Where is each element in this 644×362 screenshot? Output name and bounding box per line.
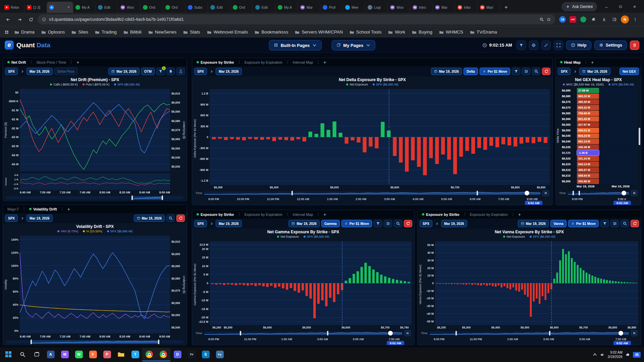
sidebar-button[interactable] xyxy=(610,15,619,23)
expiration-date-chip[interactable]: Mar 19, 2026 xyxy=(108,68,140,75)
date-chip[interactable]: Mar 19, 2026 xyxy=(26,68,53,75)
browser-menu-button[interactable] xyxy=(631,15,639,23)
tab-counter-extension[interactable]: 16 xyxy=(558,15,567,23)
bookmark-optoons[interactable]: Optoons xyxy=(38,28,68,36)
legend-item[interactable]: SPX ($6,590.49) xyxy=(373,83,398,86)
browser-tab-subs[interactable]: Subs xyxy=(185,2,208,13)
tab-menu-icon[interactable]: ⋮ xyxy=(21,207,27,211)
legend-item[interactable]: Net Exposure xyxy=(346,83,368,86)
back-button[interactable] xyxy=(3,15,13,24)
expiration-date-chip[interactable]: Mar 19, 2026 xyxy=(288,220,320,227)
extensions-button[interactable] xyxy=(590,15,598,23)
date-chip[interactable]: Mar 19, 2026 xyxy=(216,68,242,75)
add-tab-button[interactable]: + xyxy=(321,212,328,217)
greek-chip[interactable]: Gamma xyxy=(321,220,340,227)
taskbar-tradingview-button[interactable]: TV xyxy=(184,348,199,361)
reset-button[interactable] xyxy=(404,220,412,227)
help-button[interactable]: ?Help xyxy=(566,41,591,50)
range-handle[interactable] xyxy=(573,191,574,195)
filter-button[interactable] xyxy=(512,68,520,75)
taskbar-whatsapp-button[interactable]: W xyxy=(72,348,86,361)
browser-tab-edit[interactable]: Edit xyxy=(208,2,230,13)
heatmap-cell[interactable] xyxy=(600,105,638,110)
browser-tab-prof[interactable]: Prof xyxy=(320,2,343,13)
per-move-chip[interactable]: Per $1 Move xyxy=(341,220,372,227)
symbol-chip[interactable]: SPX xyxy=(5,215,18,222)
edit-page-button[interactable] xyxy=(541,41,551,50)
heatmap-plot[interactable]: Strike Price$6,58527.88 M$6,580663.10 M$… xyxy=(556,87,641,184)
filter-button[interactable] xyxy=(600,220,609,227)
zoom-button[interactable] xyxy=(532,68,540,75)
heatmap-cell[interactable]: 604.32 M xyxy=(577,105,599,110)
alerts-button[interactable] xyxy=(166,68,175,75)
panel-tab-exposure-by-expiration[interactable]: Exposure by Expiration xyxy=(242,59,285,65)
panel-tab-exposure-by-expiration[interactable]: Exposure by Expiration xyxy=(468,212,510,218)
bookmark-whmcs[interactable]: WHMCS xyxy=(436,28,466,36)
browser-tab-inbo[interactable]: MInbo xyxy=(455,2,478,13)
taskbar-clock[interactable]: 9:02 AM 3/19/2026 xyxy=(607,350,623,359)
heatmap-cell[interactable]: 691.14 M xyxy=(577,139,599,144)
symbol-expand-button[interactable] xyxy=(19,68,25,75)
globe-button[interactable] xyxy=(529,41,538,50)
system-tray[interactable]: 9:02 AM 3/19/2026 45 xyxy=(593,350,643,359)
bookmark-bookmarksss[interactable]: Bookmarksss xyxy=(252,28,291,36)
heatmap-cell[interactable] xyxy=(600,116,638,122)
tab-menu-icon[interactable]: ⋮ xyxy=(315,60,321,64)
apps-grid-button[interactable] xyxy=(3,28,11,36)
heatmap-cell[interactable]: 544.14 M xyxy=(577,162,599,167)
range-handle[interactable] xyxy=(131,195,133,200)
date-chip[interactable]: Mar 19, 2026 xyxy=(441,220,467,227)
panel-tab-exposure-by-strike[interactable]: Exposure by Strike xyxy=(420,212,462,218)
legend-item[interactable]: SPX ($6,590.49) xyxy=(530,235,555,238)
taskbar-word-button[interactable]: A xyxy=(44,348,58,361)
heatmap-cell[interactable]: 844.23 M xyxy=(577,133,599,139)
taskbar-firefox-button[interactable]: F xyxy=(86,348,100,361)
delete-page-button[interactable] xyxy=(630,41,639,50)
heatmap-cell[interactable]: 821.43 M xyxy=(577,116,599,122)
bookmark-work[interactable]: Work xyxy=(385,28,408,36)
heatmap-cell[interactable] xyxy=(600,122,638,127)
range-handle[interactable] xyxy=(158,340,159,344)
heatmap-cell[interactable]: 430.49 M xyxy=(577,144,599,150)
panel-tab-stock-price-time[interactable]: Stock Price / Time xyxy=(34,59,68,65)
heatmap-cell[interactable]: 427.97 M xyxy=(577,122,599,127)
browser-tab-ord[interactable]: Ord xyxy=(230,2,253,13)
taskbar-python-button[interactable]: Py xyxy=(213,348,227,361)
legend-item[interactable]: SPX ($6,590.49) xyxy=(608,83,634,86)
otm-chip[interactable]: OTM xyxy=(141,68,155,75)
browser-tab-woo[interactable]: WWoo xyxy=(388,2,410,13)
playhead-knob[interactable] xyxy=(525,191,529,195)
legend-item[interactable]: SPX ($6,590.49) xyxy=(304,235,329,238)
tab-menu-icon[interactable]: ⋮ xyxy=(28,60,34,64)
tab-menu-icon[interactable]: ⋮ xyxy=(510,212,516,217)
zoom-button[interactable] xyxy=(394,220,402,227)
symbol-expand-button[interactable] xyxy=(434,220,439,227)
bookmark-star-icon[interactable] xyxy=(547,17,551,21)
heatmap-scrollbar[interactable] xyxy=(639,128,640,145)
panel-tab-exposure-by-strike[interactable]: Exposure by Strike xyxy=(194,59,236,65)
date-chip[interactable]: Mar 19, 2026 xyxy=(216,220,242,227)
filter-button[interactable]: 1 xyxy=(156,68,165,75)
per-move-chip[interactable]: Per $1 Move xyxy=(568,220,599,227)
time-slider[interactable] xyxy=(568,191,629,195)
browser-tab-quantdata[interactable]: e xyxy=(47,2,73,13)
heatmap-cell[interactable]: 27.88 M xyxy=(577,88,599,93)
heatmap-cell[interactable]: 996.01 M xyxy=(577,128,599,133)
downloads-button[interactable] xyxy=(600,15,608,23)
reload-button[interactable] xyxy=(26,15,36,24)
browser-tab-my-a[interactable]: My A xyxy=(275,2,298,13)
browser-tab-ord[interactable]: Ord xyxy=(163,2,185,13)
heatmap-cell[interactable] xyxy=(600,179,638,184)
range-handle[interactable] xyxy=(579,191,580,195)
heatmap-cell[interactable]: 495.30 M xyxy=(577,99,599,105)
symbol-expand-button[interactable] xyxy=(209,68,214,75)
expiration-date-chip[interactable]: Mar 19, 2026 xyxy=(431,68,462,75)
legend-item[interactable]: MVC ($6,530 Mar 19, 2026) xyxy=(563,83,604,86)
chart-plot[interactable]: Delta Exposure (Per $1 Move) xyxy=(192,87,552,189)
symbol-chip[interactable]: SPX xyxy=(194,68,207,75)
panel-tab-mag-7[interactable]: Mag+7 xyxy=(5,206,21,212)
heatmap-cell[interactable] xyxy=(600,167,638,173)
chart-plot[interactable]: VolatilityUnderlying ($) xyxy=(3,234,187,335)
panel-tab-exposure-by-expiration[interactable]: Exposure by Expiration xyxy=(242,212,285,218)
heatmap-cell[interactable] xyxy=(600,156,638,161)
